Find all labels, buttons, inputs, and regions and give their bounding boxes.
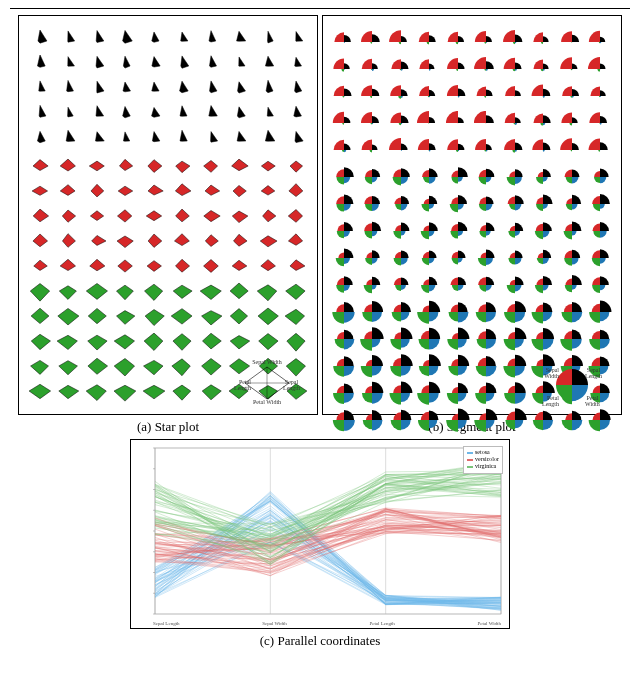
segment-glyph — [360, 381, 386, 405]
star-glyph — [27, 255, 53, 277]
segment-glyph — [331, 192, 357, 216]
svg-marker-126 — [202, 333, 221, 349]
star-glyph — [255, 280, 281, 302]
svg-marker-33 — [123, 106, 131, 117]
segment-glyph — [360, 84, 386, 108]
segment-glyph — [417, 273, 443, 297]
star-glyph — [56, 380, 82, 402]
svg-marker-73 — [118, 210, 132, 222]
legend-left: Petal Length — [234, 379, 251, 391]
star-glyph — [198, 155, 224, 177]
star-glyph — [227, 280, 253, 302]
segment-glyph — [588, 300, 614, 324]
star-glyph — [141, 330, 167, 352]
svg-marker-28 — [266, 80, 273, 92]
segment-glyph — [531, 138, 557, 162]
segment-glyph — [360, 138, 386, 162]
svg-marker-0 — [38, 30, 47, 43]
svg-marker-53 — [120, 159, 133, 170]
svg-marker-60 — [32, 186, 48, 195]
star-glyph — [113, 205, 139, 227]
svg-marker-38 — [267, 107, 273, 116]
segment-glyph — [502, 111, 528, 135]
star-glyph — [56, 255, 82, 277]
segment-glyph — [588, 111, 614, 135]
segment-glyph — [417, 381, 443, 405]
svg-marker-121 — [57, 335, 77, 349]
svg-marker-117 — [231, 309, 248, 324]
star-glyph — [227, 205, 253, 227]
star-glyph — [170, 155, 196, 177]
svg-marker-66 — [205, 185, 220, 195]
star-glyph — [255, 230, 281, 252]
star-glyph — [56, 30, 82, 52]
segment-glyph — [559, 84, 585, 108]
panel-star-plot: Sepal Width Sepal Length Petal Width Pet… — [18, 15, 318, 435]
svg-marker-108 — [257, 285, 277, 301]
star-glyph — [227, 130, 253, 152]
svg-marker-30 — [39, 105, 46, 117]
svg-marker-85 — [175, 234, 190, 246]
segment-glyph — [360, 57, 386, 81]
segment-glyph — [588, 219, 614, 243]
svg-marker-75 — [176, 209, 190, 222]
segment-glyph — [445, 354, 471, 378]
svg-marker-40 — [37, 131, 45, 142]
svg-marker-1 — [68, 31, 75, 42]
segment-glyph — [474, 138, 500, 162]
star-legend: Sepal Width Sepal Length Petal Width Pet… — [237, 361, 297, 406]
svg-marker-134 — [143, 360, 163, 374]
segment-glyph — [388, 381, 414, 405]
star-glyph — [227, 255, 253, 277]
star-glyph — [56, 130, 82, 152]
segment-glyph — [502, 408, 528, 432]
segment-glyph — [388, 192, 414, 216]
svg-marker-95 — [176, 259, 190, 272]
segment-glyph — [445, 84, 471, 108]
segment-glyph — [360, 246, 386, 270]
star-glyph — [141, 130, 167, 152]
segment-glyph — [559, 57, 585, 81]
segment-glyph — [417, 354, 443, 378]
svg-marker-42 — [95, 132, 104, 142]
segment-glyph — [360, 408, 386, 432]
svg-marker-44 — [152, 132, 159, 142]
svg-marker-124 — [144, 333, 163, 350]
svg-marker-140 — [29, 384, 51, 398]
svg-marker-113 — [117, 311, 135, 325]
star-glyph — [255, 155, 281, 177]
star-glyph — [84, 180, 110, 202]
svg-marker-2 — [96, 31, 104, 43]
star-glyph — [84, 130, 110, 152]
svg-marker-59 — [290, 161, 303, 172]
caption-c: (c) Parallel coordinates — [260, 633, 381, 649]
star-glyph — [113, 130, 139, 152]
segment-glyph — [531, 408, 557, 432]
segment-glyph — [531, 246, 557, 270]
svg-marker-135 — [172, 359, 190, 376]
star-glyph — [170, 30, 196, 52]
svg-marker-4 — [152, 32, 159, 42]
svg-marker-101 — [60, 286, 77, 300]
svg-marker-88 — [260, 236, 277, 247]
segment-glyph — [388, 84, 414, 108]
star-glyph — [198, 355, 224, 377]
svg-marker-94 — [147, 261, 161, 272]
star-glyph — [141, 230, 167, 252]
svg-marker-64 — [148, 185, 163, 195]
star-glyph — [56, 305, 82, 327]
star-glyph — [198, 280, 224, 302]
star-glyph — [284, 30, 310, 52]
svg-marker-47 — [237, 131, 246, 141]
star-glyph — [56, 55, 82, 77]
svg-marker-78 — [262, 210, 275, 222]
segment-glyph — [417, 300, 443, 324]
segment-glyph — [331, 273, 357, 297]
segment-glyph — [531, 327, 557, 351]
star-glyph — [113, 280, 139, 302]
star-glyph — [198, 180, 224, 202]
segment-glyph — [417, 84, 443, 108]
star-glyph — [198, 130, 224, 152]
segment-glyph — [388, 165, 414, 189]
svg-marker-129 — [287, 333, 305, 351]
